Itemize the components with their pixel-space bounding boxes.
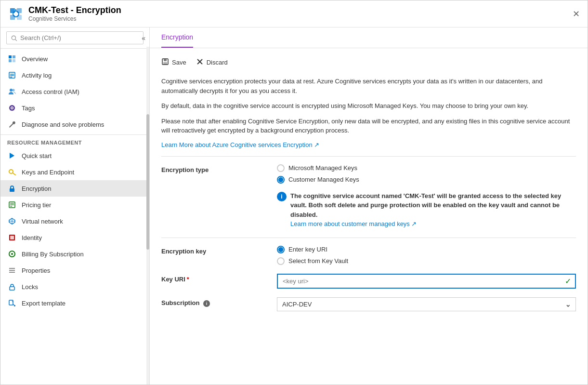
window-title: CMK-Test - Encryption — [28, 5, 121, 15]
radio-cmk[interactable]: Customer Managed Keys — [277, 176, 576, 184]
radio-enter-uri[interactable]: Enter key URI — [277, 246, 576, 253]
sidebar-item-label: Diagnose and solve problems — [22, 121, 104, 128]
main-content: Save Discard Cognitive services encrypti… — [150, 48, 588, 328]
sidebar-item-iam[interactable]: Access control (IAM) — [0, 83, 149, 100]
sidebar-item-label: Identity — [22, 234, 42, 241]
learn-more-link[interactable]: Learn More about Azure Cognitive service… — [161, 141, 319, 148]
cmk-info-text: The cognitive service account named 'CMK… — [290, 191, 576, 229]
key-uri-label: Key URI* — [161, 274, 277, 283]
svg-rect-7 — [13, 55, 15, 58]
key-uri-input[interactable] — [277, 274, 576, 289]
divider-2 — [161, 238, 576, 238]
sidebar-item-label: Encryption — [22, 185, 51, 192]
sidebar-item-label: Overview — [22, 55, 48, 63]
billing-icon — [7, 249, 17, 259]
svg-rect-3 — [17, 15, 22, 20]
sidebar-item-label: Properties — [22, 267, 50, 274]
svg-rect-32 — [10, 236, 14, 239]
radio-enter-uri-circle[interactable] — [277, 246, 285, 253]
app-icon — [8, 6, 24, 22]
subscription-info-icon[interactable]: i — [203, 300, 210, 307]
learn-cmk-link[interactable]: Learn more about customer managed keys ↗ — [290, 220, 417, 227]
tags-icon — [7, 103, 17, 113]
grid-icon — [7, 54, 17, 64]
save-icon — [161, 58, 169, 67]
sidebar-item-locks[interactable]: Locks — [0, 279, 149, 295]
content-area: « Overview Activity log — [0, 27, 588, 385]
sidebar-item-export[interactable]: Export template — [0, 295, 149, 311]
export-icon — [7, 298, 17, 308]
description-1: Cognitive services encryption protects y… — [161, 77, 576, 95]
toolbar: Save Discard — [161, 56, 576, 69]
tab-encryption[interactable]: Encryption — [161, 27, 193, 48]
sidebar-item-quickstart[interactable]: Quick start — [0, 147, 149, 164]
svg-rect-6 — [9, 55, 12, 58]
svg-rect-4 — [13, 11, 19, 17]
radio-select-vault-circle[interactable] — [277, 257, 285, 265]
sidebar-item-diagnose[interactable]: Diagnose and solve problems — [0, 116, 149, 133]
radio-cmk-circle[interactable] — [277, 176, 285, 184]
encryption-key-label: Encryption key — [161, 246, 277, 255]
properties-icon — [7, 266, 17, 275]
svg-rect-38 — [10, 287, 14, 290]
sidebar: « Overview Activity log — [0, 27, 150, 385]
discard-button[interactable]: Discard — [196, 56, 228, 69]
sidebar-item-label: Tags — [22, 105, 35, 112]
svg-rect-0 — [10, 8, 15, 13]
radio-select-vault-label: Select from Key Vault — [288, 257, 348, 265]
description-3: Please note that after enabling Cognitiv… — [161, 117, 576, 135]
encryption-key-radio-group: Enter key URI Select from Key Vault — [277, 246, 576, 265]
sidebar-item-overview[interactable]: Overview — [0, 51, 149, 67]
pricing-icon — [7, 200, 17, 210]
sidebar-item-keys[interactable]: Keys and Endpoint — [0, 164, 149, 180]
iam-icon — [7, 87, 17, 96]
close-button[interactable]: ✕ — [573, 9, 580, 19]
radio-select-vault[interactable]: Select from Key Vault — [277, 257, 576, 265]
info-icon: i — [277, 192, 287, 201]
sidebar-item-pricing[interactable]: Pricing tier — [0, 197, 149, 213]
svg-marker-19 — [10, 153, 14, 159]
svg-rect-42 — [164, 59, 167, 61]
search-input[interactable] — [6, 31, 144, 44]
svg-point-18 — [12, 107, 13, 109]
encryption-type-value: Microsoft Managed Keys Customer Managed … — [277, 164, 576, 229]
sidebar-item-label: Access control (IAM) — [22, 88, 79, 95]
key-uri-label-text: Key URI — [161, 276, 185, 283]
lock-icon — [7, 184, 17, 193]
subscription-row: Subscription i AICP-DEV ⌄ — [161, 297, 576, 311]
encryption-key-value: Enter key URI Select from Key Vault — [277, 246, 576, 265]
sidebar-item-billing[interactable]: Billing By Subscription — [0, 246, 149, 262]
sidebar-item-label: Export template — [22, 300, 65, 307]
svg-rect-9 — [13, 59, 15, 62]
svg-rect-8 — [9, 59, 12, 62]
subscription-select[interactable]: AICP-DEV — [277, 297, 576, 311]
save-button[interactable]: Save — [161, 56, 186, 69]
sidebar-item-properties[interactable]: Properties — [0, 262, 149, 279]
sidebar-item-vnet[interactable]: Virtual network — [0, 213, 149, 229]
radio-cmk-label: Customer Managed Keys — [288, 176, 359, 183]
key-uri-row: Key URI* ✓ — [161, 274, 576, 289]
sidebar-item-activity-log[interactable]: Activity log — [0, 67, 149, 83]
radio-mmk-circle[interactable] — [277, 164, 285, 172]
encryption-key-row: Encryption key Enter key URI Select from… — [161, 246, 576, 265]
activity-log-icon — [7, 70, 17, 80]
collapse-button[interactable]: « — [142, 34, 145, 42]
sidebar-item-label: Quick start — [22, 152, 52, 159]
radio-mmk[interactable]: Microsoft Managed Keys — [277, 164, 576, 172]
svg-rect-20 — [11, 154, 13, 156]
window-subtitle: Cognitive Services — [28, 15, 121, 22]
sidebar-item-tags[interactable]: Tags — [0, 100, 149, 116]
cmk-info-bold: The cognitive service account named 'CMK… — [290, 192, 561, 218]
encryption-type-row: Encryption type Microsoft Managed Keys C… — [161, 164, 576, 229]
sidebar-item-identity[interactable]: Identity — [0, 229, 149, 246]
title-bar: CMK-Test - Encryption Cognitive Services… — [0, 0, 588, 27]
sidebar-item-label: Locks — [22, 283, 38, 291]
key-uri-field-wrapper: ✓ — [277, 274, 576, 289]
sidebar-item-encryption[interactable]: Encryption — [0, 180, 149, 197]
sidebar-item-label: Activity log — [22, 72, 52, 79]
required-indicator: * — [187, 276, 189, 283]
svg-rect-1 — [17, 8, 22, 13]
description-2: By default, data in the cognitive servic… — [161, 101, 576, 111]
main-panel: Encryption Save Discard — [150, 27, 588, 385]
vnet-icon — [7, 216, 17, 226]
